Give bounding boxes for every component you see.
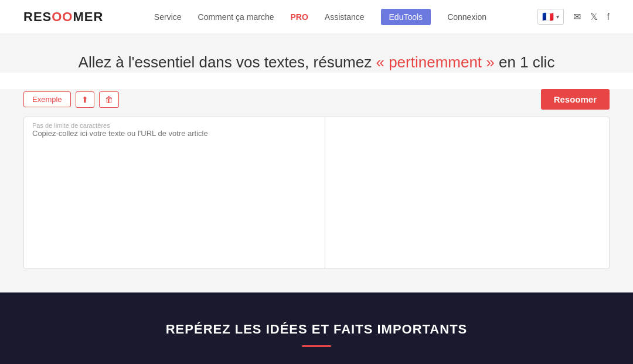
nav-connexion[interactable]: Connexion (447, 12, 486, 22)
char-limit-label: Pas de limite de caractères (32, 122, 316, 129)
input-panel: Pas de limite de caractères (23, 117, 325, 269)
nav-comment[interactable]: Comment ça marche (198, 12, 274, 22)
hero-title-start: Allez à l'essentiel dans vos textes, rés… (79, 53, 372, 71)
nav-pro[interactable]: PRO (290, 12, 308, 22)
navbar-logo-area: RESOOMER (23, 9, 103, 25)
facebook-icon[interactable]: f (607, 12, 610, 22)
red-underline-decoration (302, 345, 331, 347)
tool-area: Exemple ⬆ 🗑 Resoomer Pas de limite de ca… (0, 89, 633, 292)
hero-section: Allez à l'essentiel dans vos textes, rés… (0, 34, 633, 73)
panels-row: Pas de limite de caractères (23, 117, 610, 269)
email-icon[interactable]: ✉ (573, 11, 581, 22)
upload-button[interactable]: ⬆ (76, 91, 94, 108)
upload-icon: ⬆ (81, 95, 89, 104)
text-input[interactable] (32, 129, 316, 261)
nav-assistance[interactable]: Assistance (325, 12, 365, 22)
chevron-down-icon: ▾ (556, 13, 559, 20)
resoomer-button[interactable]: Resoomer (541, 89, 610, 110)
flag-icon: 🇫🇷 (542, 11, 554, 22)
toolbar-row: Exemple ⬆ 🗑 Resoomer (23, 89, 610, 110)
output-panel (325, 117, 610, 269)
nav-service[interactable]: Service (154, 12, 182, 22)
navbar-right: 🇫🇷 ▾ ✉ 𝕏 f (537, 9, 610, 25)
twitter-icon[interactable]: 𝕏 (590, 11, 598, 22)
language-selector[interactable]: 🇫🇷 ▾ (537, 9, 564, 25)
dark-section: REPÉREZ LES IDÉES ET FAITS IMPORTANTS Po… (0, 292, 633, 364)
hero-title: Allez à l'essentiel dans vos textes, rés… (23, 52, 610, 73)
nav-edutools[interactable]: EduTools (381, 9, 431, 25)
trash-button[interactable]: 🗑 (99, 91, 119, 108)
logo: RESOOMER (23, 9, 103, 24)
trash-icon: 🗑 (105, 95, 113, 104)
dark-section-heading: REPÉREZ LES IDÉES ET FAITS IMPORTANTS (59, 322, 574, 337)
hero-title-highlight: « pertinemment » (376, 53, 494, 71)
exemple-button[interactable]: Exemple (23, 91, 71, 107)
hero-title-end-text: en 1 clic (499, 53, 554, 71)
navbar: RESOOMER Service Comment ça marche PRO A… (0, 0, 633, 34)
navbar-links: Service Comment ça marche PRO Assistance… (154, 9, 486, 25)
logo-highlight: OO (52, 9, 73, 24)
